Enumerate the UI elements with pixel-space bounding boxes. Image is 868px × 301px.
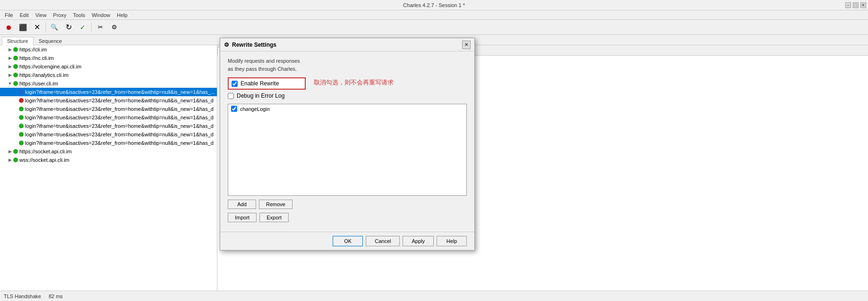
status-value: 82 ms [49, 293, 63, 299]
menu-file[interactable]: File [2, 11, 16, 19]
dialog-title: ⚙ Rewrite Settings [224, 42, 276, 48]
debug-checkbox[interactable] [228, 93, 234, 99]
ok-button[interactable]: OK [333, 236, 363, 246]
expand-icon: ▶ [8, 47, 12, 52]
remove-button[interactable]: Remove [259, 200, 292, 209]
close-button[interactable]: ✕ [860, 2, 866, 8]
record-button[interactable]: ⏺ [2, 21, 15, 33]
tools-button[interactable]: ✂ [94, 21, 107, 33]
expand-icon: ▶ [8, 149, 12, 154]
tab-sequence[interactable]: Sequence [34, 37, 68, 45]
import-button[interactable]: Import [228, 213, 257, 222]
sidebar-item-volcengine[interactable]: ▶ https://volcengine.api.cli.im [0, 62, 217, 71]
gear-button[interactable]: ⚙ [108, 21, 121, 33]
menu-proxy[interactable]: Proxy [50, 11, 69, 19]
export-button[interactable]: Export [259, 213, 289, 222]
menu-edit[interactable]: Edit [17, 11, 32, 19]
status-indicator [19, 115, 24, 120]
status-indicator [19, 98, 24, 103]
stop-button[interactable]: ⬛ [16, 21, 29, 33]
status-indicator [19, 124, 24, 128]
tab-structure[interactable]: Structure [2, 37, 34, 45]
expand-icon: ▼ [8, 81, 12, 86]
sidebar-item-user-cli-im[interactable]: ▼ https://user.cli.im [0, 79, 217, 88]
toolbar: ⏺ ⬛ ✕ 🔍 ↻ ✓ ✂ ⚙ [0, 20, 868, 35]
dialog-action-bar: OK Cancel Apply Help [220, 232, 474, 250]
status-indicator [13, 149, 18, 154]
filter-button[interactable]: 🔍 [48, 21, 61, 33]
status-indicator [13, 47, 18, 52]
status-indicator [19, 90, 24, 94]
sidebar-item-login3[interactable]: login?iframe=true&isactives=23&refer_fro… [0, 105, 217, 113]
sidebar-item-analytics[interactable]: ▶ https://analytics.cli.im [0, 71, 217, 79]
cancel-button[interactable]: Cancel [366, 236, 400, 246]
debug-row: Debug in Error Log [228, 92, 467, 99]
expand-icon: ▶ [8, 64, 12, 69]
list-item-label: changeLogin [240, 106, 270, 112]
add-remove-row: Add Remove [228, 200, 467, 209]
sidebar-item-login4[interactable]: login?iframe=true&isactives=23&refer_fro… [0, 113, 217, 122]
enable-rewrite-checkbox[interactable] [232, 81, 238, 87]
list-item-checkbox[interactable] [231, 106, 237, 112]
window-controls[interactable]: − □ ✕ [845, 2, 866, 8]
enable-rewrite-row: Enable Rewrite 取消勾选，则不会再重写请求 [228, 77, 306, 90]
menu-bar: File Edit View Proxy Tools Window Help [0, 10, 868, 20]
expand-icon: ▶ [8, 73, 12, 77]
menu-tools[interactable]: Tools [70, 11, 88, 19]
menu-window[interactable]: Window [89, 11, 113, 19]
status-indicator [19, 132, 24, 137]
sidebar-item-wss-socket[interactable]: ▶ wss://socket.api.cli.im [0, 156, 217, 164]
sidebar: ▶ https://cli.im ▶ https://nc.cli.im ▶ h… [0, 45, 217, 291]
refresh-button[interactable]: ↻ [62, 21, 75, 33]
toolbar-sep-1 [45, 23, 46, 32]
add-button[interactable]: Add [228, 200, 256, 209]
status-indicator [13, 158, 18, 162]
status-indicator [19, 107, 24, 111]
sidebar-item-login7[interactable]: login?iframe=true&isactives=23&refer_fro… [0, 139, 217, 147]
dialog-title-icon: ⚙ [224, 42, 229, 48]
dialog-body: Modify requests and responses as they pa… [220, 51, 474, 232]
status-label: TLS Handshake [4, 293, 41, 299]
dialog-close-button[interactable]: ✕ [462, 41, 471, 49]
apply-button[interactable]: Apply [403, 236, 434, 246]
menu-view[interactable]: View [33, 11, 50, 19]
sidebar-item-login6[interactable]: login?iframe=true&isactives=23&refer_fro… [0, 130, 217, 139]
dialog-description: Modify requests and responses as they pa… [228, 57, 467, 73]
status-bar: TLS Handshake 82 ms [0, 291, 868, 301]
status-indicator [13, 56, 18, 60]
title-bar: Charles 4.2.7 - Session 1 * − □ ✕ [0, 0, 868, 10]
help-button[interactable]: Help [437, 236, 467, 246]
sidebar-item-login1[interactable]: login?iframe=true&isactives=23&refer_fro… [0, 88, 217, 96]
enable-rewrite-label[interactable]: Enable Rewrite [241, 80, 279, 87]
dialog-title-text: Rewrite Settings [232, 42, 276, 48]
expand-icon: ▶ [8, 158, 12, 162]
list-item[interactable]: changeLogin [228, 104, 466, 113]
status-indicator [13, 81, 18, 86]
sidebar-item-login2[interactable]: login?iframe=true&isactives=23&refer_fro… [0, 96, 217, 105]
app-title: Charles 4.2.7 - Session 1 * [403, 2, 465, 8]
rewrite-settings-dialog: ⚙ Rewrite Settings ✕ Modify requests and… [220, 38, 475, 251]
chinese-annotation: 取消勾选，则不会再重写请求 [314, 78, 408, 87]
sidebar-item-socket-api[interactable]: ▶ https://socket.api.cli.im [0, 147, 217, 156]
clear-button[interactable]: ✕ [30, 21, 43, 33]
rewrite-list[interactable]: changeLogin [228, 104, 467, 196]
checkmark-button[interactable]: ✓ [76, 21, 89, 33]
menu-help[interactable]: Help [114, 11, 130, 19]
sidebar-item-nc-cli-im[interactable]: ▶ https://nc.cli.im [0, 54, 217, 62]
debug-label[interactable]: Debug in Error Log [237, 92, 284, 99]
import-export-row: Import Export [228, 213, 467, 222]
dialog-titlebar: ⚙ Rewrite Settings ✕ [220, 38, 474, 51]
status-indicator [19, 141, 24, 145]
sidebar-item-login5[interactable]: login?iframe=true&isactives=23&refer_fro… [0, 122, 217, 130]
maximize-button[interactable]: □ [853, 2, 859, 8]
minimize-button[interactable]: − [845, 2, 851, 8]
toolbar-sep-2 [91, 23, 92, 32]
sidebar-item-cli-im[interactable]: ▶ https://cli.im [0, 45, 217, 54]
expand-icon: ▶ [8, 56, 12, 60]
status-indicator [13, 73, 18, 77]
status-indicator [13, 64, 18, 69]
